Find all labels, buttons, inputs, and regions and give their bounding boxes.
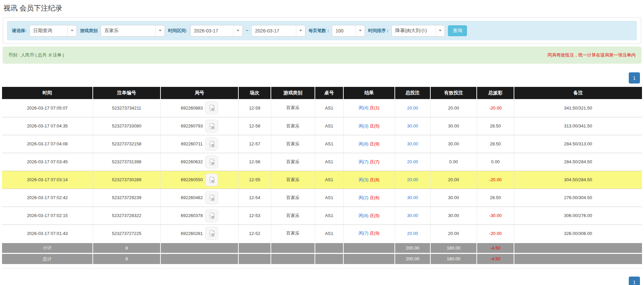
- page-button[interactable]: 1: [629, 72, 640, 84]
- cell-total-bet: 20.00: [395, 171, 430, 189]
- grand-total-row: 总计 8 200.00 180.00 -4.50: [2, 253, 642, 264]
- replay-video-button[interactable]: [205, 227, 218, 240]
- cell-game-type: 百家乐: [271, 135, 315, 153]
- cell-session: 12-58: [238, 117, 271, 135]
- result-banker: 庄(5): [370, 213, 380, 218]
- cell-session: 12-53: [238, 207, 271, 224]
- time-range-label: 时间区间:: [168, 28, 187, 34]
- cell-time: 2026-03-17 07:05:07: [2, 99, 93, 117]
- header-session: 场次: [238, 87, 271, 99]
- replay-video-button[interactable]: [205, 101, 218, 114]
- cell-bet-id: 523273732158: [93, 135, 160, 153]
- select-type-label: 请选择:: [12, 28, 26, 34]
- result-banker: 庄(5): [370, 123, 380, 128]
- header-payout: 总派彩: [477, 87, 514, 99]
- cell-session: 12-54: [238, 189, 271, 207]
- video-file-icon: [208, 194, 215, 201]
- range-separator: ~: [246, 28, 249, 33]
- cell-round-id: 692260711: [160, 135, 238, 153]
- query-type-select[interactable]: 日期查询: [29, 25, 77, 37]
- result-banker: 庄(1): [370, 105, 380, 110]
- filter-panel: 请选择: 日期查询 游戏类别 百家乐 时间区间: 2026-03-17 ~ 20…: [3, 17, 641, 44]
- valid-bet-notice: 同局有效投注，统一计算在该局第一张注单内: [548, 52, 636, 58]
- cell-table-no: AS1: [315, 135, 343, 153]
- round-id-value: 692260793: [181, 123, 203, 128]
- time-sort-select[interactable]: 降幂(由大到小): [391, 25, 445, 37]
- currency-summary-bar: 币别 : 人民币 | 总共 :8 注单 | 同局有效投注，统一计算在该局第一张注…: [3, 47, 641, 64]
- query-type-value: 日期查询: [30, 28, 56, 34]
- cell-time: 2026-03-17 07:02:15: [2, 207, 93, 224]
- round-id-value: 692260883: [181, 105, 203, 111]
- replay-video-button[interactable]: [205, 120, 218, 133]
- header-total-bet: 总投注: [395, 87, 430, 99]
- replay-video-button[interactable]: [205, 138, 218, 150]
- date-from-select[interactable]: 2026-03-17: [190, 25, 243, 37]
- chevron-down-icon: [67, 25, 77, 36]
- subtotal-count: 8: [93, 242, 160, 253]
- header-game-type: 游戏类别: [271, 87, 315, 99]
- page-size-select[interactable]: 100: [332, 25, 365, 37]
- replay-video-button[interactable]: [205, 209, 218, 222]
- cell-result: 闲(3) 庄(5): [343, 117, 395, 135]
- currency-total-text: 币别 : 人民币 | 总共 :8 注单 |: [8, 52, 64, 58]
- page-size-label: 每页笔数 :: [308, 28, 329, 34]
- cell-table-no: AS1: [315, 99, 343, 117]
- result-player: 闲(7): [359, 231, 368, 236]
- cell-round-id: 692260632: [160, 153, 238, 171]
- game-type-value: 百家乐: [101, 28, 122, 34]
- total-bet-link[interactable]: 20.00: [407, 105, 418, 111]
- time-sort-value: 降幂(由大到小): [392, 28, 430, 34]
- total-bet-link[interactable]: 20.00: [407, 231, 418, 236]
- total-valid-bet: 180.00: [430, 253, 477, 264]
- cell-total-bet: 30.00: [395, 117, 430, 135]
- video-file-icon: [208, 212, 215, 219]
- cell-bet-id: 523273733080: [93, 117, 160, 135]
- table-row: 2026-03-17 07:04:08 523273732158 6922607…: [2, 135, 642, 153]
- cell-round-id: 692260281: [160, 224, 238, 242]
- pagination-bottom: 1: [0, 277, 644, 285]
- total-bet-link[interactable]: 30.00: [407, 123, 418, 128]
- replay-video-button[interactable]: [205, 156, 218, 168]
- date-to-select[interactable]: 2026-03-17: [251, 25, 305, 37]
- video-file-icon: [208, 158, 215, 166]
- cell-payout: -20.00: [477, 171, 514, 189]
- replay-video-button[interactable]: [205, 191, 218, 204]
- cell-table-no: AS1: [315, 224, 343, 242]
- cell-game-type: 百家乐: [271, 189, 315, 207]
- round-id-value: 692260281: [181, 231, 203, 236]
- page-button[interactable]: 1: [629, 277, 640, 285]
- filter-bar: 请选择: 日期查询 游戏类别 百家乐 时间区间: 2026-03-17 ~ 20…: [7, 21, 637, 40]
- cell-payout: 28.50: [477, 135, 514, 153]
- total-bet-link[interactable]: 20.00: [407, 159, 418, 164]
- cell-valid-bet: 30.00: [430, 135, 477, 153]
- chevron-down-icon: [356, 25, 365, 36]
- total-bet-link[interactable]: 30.00: [407, 195, 418, 200]
- cell-total-bet: 30.00: [395, 189, 430, 207]
- chevron-down-icon: [435, 25, 445, 36]
- replay-video-button[interactable]: [205, 173, 218, 186]
- cell-remark: 284.50/284.50: [514, 153, 642, 171]
- total-bet-link[interactable]: 30.00: [407, 213, 418, 218]
- cell-time: 2026-03-17 07:02:42: [2, 189, 93, 207]
- cell-remark: 326.00/306.00: [514, 224, 642, 242]
- subtotal-row: 小计 8 200.00 180.00 -4.50: [2, 242, 642, 253]
- total-bet-link[interactable]: 20.00: [407, 177, 418, 182]
- cell-game-type: 百家乐: [271, 117, 315, 135]
- cell-payout: -20.00: [477, 224, 514, 242]
- cell-bet-id: 523273729239: [93, 189, 160, 207]
- result-player: 闲(8): [359, 213, 368, 218]
- subtotal-remark: [514, 242, 642, 253]
- cell-remark: 276.00/304.50: [514, 189, 642, 207]
- date-to-value: 2026-03-17: [252, 28, 283, 33]
- game-type-select[interactable]: 百家乐: [101, 25, 165, 37]
- result-banker: 庄(9): [370, 231, 380, 236]
- cell-bet-id: 523273734211: [93, 99, 160, 117]
- cell-valid-bet: 30.00: [430, 207, 477, 224]
- query-button[interactable]: 查询: [448, 25, 467, 36]
- subtotal-total-bet: 200.00: [395, 242, 430, 253]
- cell-result: 闲(8) 庄(9): [343, 135, 395, 153]
- table-row: 2026-03-17 07:01:43 523273727225 6922602…: [2, 224, 642, 242]
- cell-payout: 28.50: [477, 189, 514, 207]
- total-bet-link[interactable]: 30.00: [407, 141, 418, 146]
- cell-total-bet: 20.00: [395, 153, 430, 171]
